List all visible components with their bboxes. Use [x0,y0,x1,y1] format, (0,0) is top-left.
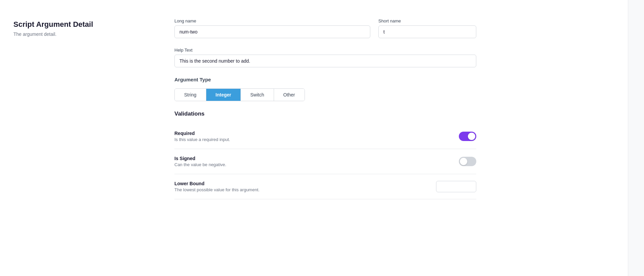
type-button-other[interactable]: Other [274,89,305,101]
is-signed-label: Is Signed [174,156,226,161]
lower-bound-info: Lower Bound The lowest possible value fo… [174,181,260,192]
required-row: Required Is this value a required input. [174,124,476,149]
short-name-label: Short name [378,18,476,23]
type-button-string[interactable]: String [175,89,206,101]
lower-bound-input[interactable] [436,181,476,192]
long-name-input[interactable] [174,25,370,38]
lower-bound-row: Lower Bound The lowest possible value fo… [174,174,476,199]
page-container: Script Argument Detail The argument deta… [0,0,644,276]
is-signed-toggle-slider [459,157,476,166]
lower-bound-label: Lower Bound [174,181,260,186]
help-text-label: Help Text [174,48,476,53]
page-title: Script Argument Detail [13,20,141,29]
long-name-label: Long name [174,18,370,23]
main-content: Long name Short name Help Text Argument … [154,0,628,276]
is-signed-toggle[interactable] [459,157,476,166]
form-section: Long name Short name Help Text Argument … [174,18,476,199]
right-sidebar [628,0,644,276]
type-button-integer[interactable]: Integer [206,89,241,101]
required-description: Is this value a required input. [174,137,230,142]
required-toggle-slider [459,132,476,141]
argument-type-label: Argument Type [174,77,476,82]
is-signed-row: Is Signed Can the value be negative. [174,149,476,174]
short-name-input[interactable] [378,25,476,38]
required-toggle[interactable] [459,132,476,141]
short-name-group: Short name [378,18,476,38]
is-signed-description: Can the value be negative. [174,162,226,167]
required-label: Required [174,131,230,136]
required-info: Required Is this value a required input. [174,131,230,142]
argument-type-buttons: String Integer Switch Other [174,88,305,101]
argument-type-section: Argument Type String Integer Switch Othe… [174,77,476,101]
type-button-switch[interactable]: Switch [241,89,274,101]
page-subtitle: The argument detail. [13,31,141,37]
name-row: Long name Short name [174,18,476,38]
is-signed-info: Is Signed Can the value be negative. [174,156,226,167]
validations-section: Validations Required Is this value a req… [174,111,476,199]
left-panel: Script Argument Detail The argument deta… [0,0,154,276]
lower-bound-description: The lowest possible value for this argum… [174,187,260,192]
help-text-group: Help Text [174,48,476,67]
long-name-group: Long name [174,18,370,38]
validations-title: Validations [174,111,476,117]
help-text-input[interactable] [174,55,476,67]
